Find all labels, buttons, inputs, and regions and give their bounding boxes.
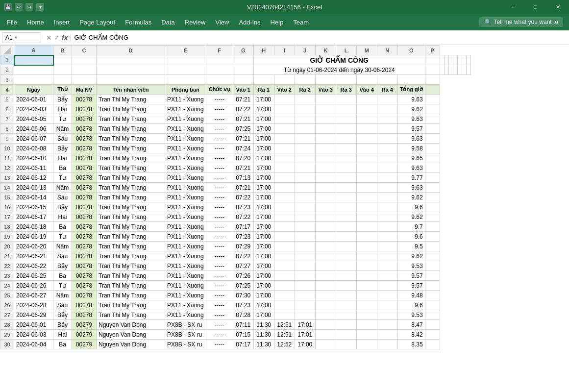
- cell-ra4[interactable]: [377, 291, 397, 300]
- cell-ra4[interactable]: [377, 251, 397, 261]
- cell-p[interactable]: [425, 153, 440, 163]
- cell-thu[interactable]: Tư: [53, 232, 72, 242]
- cell-vao3[interactable]: [315, 193, 336, 202]
- cell-phong[interactable]: PX11 - Xuong: [165, 124, 206, 134]
- cell-tongio[interactable]: 9.58: [397, 144, 425, 153]
- cell-vao4[interactable]: [356, 291, 377, 300]
- cell-manv[interactable]: 00278: [72, 193, 97, 202]
- col-header-n[interactable]: N: [377, 46, 397, 55]
- cell-ra4[interactable]: [377, 271, 397, 281]
- cell-ra3[interactable]: [336, 271, 356, 281]
- cell-vao4[interactable]: [356, 320, 377, 330]
- cell-tongio[interactable]: 9.63: [397, 114, 425, 124]
- cell-p[interactable]: [425, 222, 440, 232]
- cell-thu[interactable]: Tư: [53, 114, 72, 124]
- cell-ten[interactable]: Tran Thi My Trang: [97, 183, 165, 193]
- row-num[interactable]: 27: [0, 310, 14, 320]
- cell-phong[interactable]: PX11 - Xuong: [165, 173, 206, 183]
- cell-ra1[interactable]: 17:00: [253, 212, 274, 222]
- cell-chucvu[interactable]: -----: [206, 261, 233, 271]
- cell-vao1[interactable]: 07:20: [233, 153, 253, 163]
- cell-chucvu[interactable]: -----: [206, 153, 233, 163]
- close-button[interactable]: ✕: [546, 0, 569, 14]
- cell-ra1[interactable]: 17:00: [253, 310, 274, 320]
- cell-ten[interactable]: Tran Thi My Trang: [97, 261, 165, 271]
- cell-ra1[interactable]: 17:00: [253, 202, 274, 212]
- cell-e3[interactable]: [165, 75, 206, 85]
- row-num[interactable]: 16: [0, 202, 14, 212]
- col-header-j[interactable]: J: [295, 46, 315, 55]
- cell-ra1[interactable]: 17:00: [253, 222, 274, 232]
- cell-manv[interactable]: 00278: [72, 212, 97, 222]
- cell-ra3[interactable]: [336, 340, 356, 349]
- cell-ngay[interactable]: 2024-06-01: [14, 95, 53, 104]
- menu-page-layout[interactable]: Page Layout: [74, 17, 120, 28]
- cell-ra4[interactable]: [377, 232, 397, 242]
- col-header-b[interactable]: B: [53, 46, 72, 55]
- cell-p[interactable]: [425, 183, 440, 193]
- cell-ra2[interactable]: [295, 134, 315, 144]
- cell-chucvu[interactable]: -----: [206, 144, 233, 153]
- cell-ten[interactable]: Tran Thi My Trang: [97, 202, 165, 212]
- cell-phong[interactable]: PX11 - Xuong: [165, 144, 206, 153]
- cell-phong[interactable]: PX11 - Xuong: [165, 163, 206, 173]
- cell-tongio[interactable]: 9.63: [397, 183, 425, 193]
- cell-ten[interactable]: Tran Thi My Trang: [97, 144, 165, 153]
- cell-ngay[interactable]: 2024-06-20: [14, 242, 53, 251]
- cell-vao2[interactable]: 12:51: [274, 330, 295, 340]
- cell-vao3[interactable]: [315, 202, 336, 212]
- cell-vao2[interactable]: [274, 271, 295, 281]
- cell-vao2[interactable]: [274, 95, 295, 104]
- cell-thu[interactable]: Sáu: [53, 300, 72, 310]
- cell-l2[interactable]: [448, 65, 453, 75]
- cell-ra4[interactable]: [377, 320, 397, 330]
- cell-ra4[interactable]: [377, 300, 397, 310]
- cell-ten[interactable]: Nguyen Van Dong: [97, 320, 165, 330]
- cell-n3[interactable]: [377, 75, 397, 85]
- col-header-h[interactable]: H: [253, 46, 274, 55]
- cell-o2[interactable]: [462, 65, 466, 75]
- cell-vao3[interactable]: [315, 330, 336, 340]
- cell-vao1[interactable]: 07:28: [233, 310, 253, 320]
- cell-vao3[interactable]: [315, 300, 336, 310]
- cell-p[interactable]: [425, 281, 440, 291]
- cell-phong[interactable]: PX11 - Xuong: [165, 193, 206, 202]
- cell-phong[interactable]: PX8B - SX ru: [165, 320, 206, 330]
- row-num[interactable]: 18: [0, 222, 14, 232]
- cell-vao2[interactable]: [274, 242, 295, 251]
- cell-p[interactable]: [425, 124, 440, 134]
- cell-thu[interactable]: Ba: [53, 271, 72, 281]
- cell-ngay[interactable]: 2024-06-28: [14, 300, 53, 310]
- cell-ra2[interactable]: 17:00: [295, 340, 315, 349]
- cell-phong[interactable]: PX11 - Xuong: [165, 153, 206, 163]
- cell-ten[interactable]: Tran Thi My Trang: [97, 134, 165, 144]
- cell-ra2[interactable]: [295, 232, 315, 242]
- cell-ngay[interactable]: 2024-06-25: [14, 271, 53, 281]
- cell-chucvu[interactable]: -----: [206, 134, 233, 144]
- cell-manv[interactable]: 00278: [72, 163, 97, 173]
- cell-ten[interactable]: Tran Thi My Trang: [97, 310, 165, 320]
- cell-ten[interactable]: Nguyen Van Dong: [97, 330, 165, 340]
- row-num[interactable]: 28: [0, 320, 14, 330]
- cell-manv[interactable]: 00278: [72, 271, 97, 281]
- cell-vao2[interactable]: [274, 222, 295, 232]
- cell-p[interactable]: [425, 291, 440, 300]
- undo-icon[interactable]: ↩: [15, 3, 23, 11]
- cell-ra2[interactable]: [295, 300, 315, 310]
- cell-ten[interactable]: Tran Thi My Trang: [97, 242, 165, 251]
- col-header-m[interactable]: M: [356, 46, 377, 55]
- row-num[interactable]: 20: [0, 242, 14, 251]
- save-icon[interactable]: 💾: [4, 3, 12, 11]
- cell-ra4[interactable]: [377, 202, 397, 212]
- cell-ra3[interactable]: [336, 95, 356, 104]
- cell-ten[interactable]: Tran Thi My Trang: [97, 232, 165, 242]
- cell-ra3[interactable]: [336, 144, 356, 153]
- cell-thu[interactable]: Hai: [53, 153, 72, 163]
- row-num[interactable]: 13: [0, 173, 14, 183]
- cell-tongio[interactable]: 9.7: [397, 222, 425, 232]
- cell-vao2[interactable]: [274, 202, 295, 212]
- cell-ngay[interactable]: 2024-06-08: [14, 144, 53, 153]
- cell-ra3[interactable]: [336, 104, 356, 114]
- cell-manv[interactable]: 00278: [72, 291, 97, 300]
- cell-vao3[interactable]: [315, 124, 336, 134]
